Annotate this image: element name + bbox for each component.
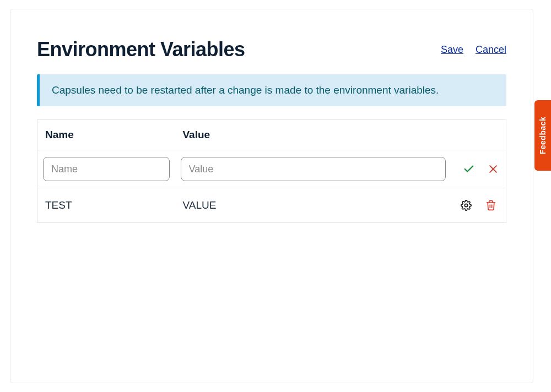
info-banner: Capsules need to be restarted after a ch… — [37, 74, 506, 106]
feedback-tab[interactable]: Feedback — [534, 100, 551, 171]
row-value: VALUE — [175, 188, 451, 223]
page-title: Environment Variables — [37, 38, 245, 61]
trash-icon[interactable] — [484, 198, 498, 213]
env-vars-table: Name Value — [37, 119, 506, 223]
row-name: TEST — [37, 188, 175, 223]
cancel-icon[interactable] — [486, 162, 500, 176]
table-row: TEST VALUE — [37, 188, 506, 223]
cancel-link[interactable]: Cancel — [476, 44, 506, 56]
confirm-icon[interactable] — [462, 162, 476, 176]
value-input[interactable] — [181, 157, 446, 181]
name-input[interactable] — [43, 157, 170, 181]
save-link[interactable]: Save — [441, 44, 463, 56]
new-var-row — [37, 150, 506, 188]
gear-icon[interactable] — [459, 198, 473, 213]
column-header-name: Name — [37, 120, 175, 150]
info-banner-text: Capsules need to be restarted after a ch… — [52, 84, 439, 96]
feedback-tab-label: Feedback — [538, 117, 547, 155]
table-header-row: Name Value — [37, 120, 506, 150]
svg-point-2 — [464, 204, 467, 206]
column-header-value: Value — [175, 120, 451, 150]
